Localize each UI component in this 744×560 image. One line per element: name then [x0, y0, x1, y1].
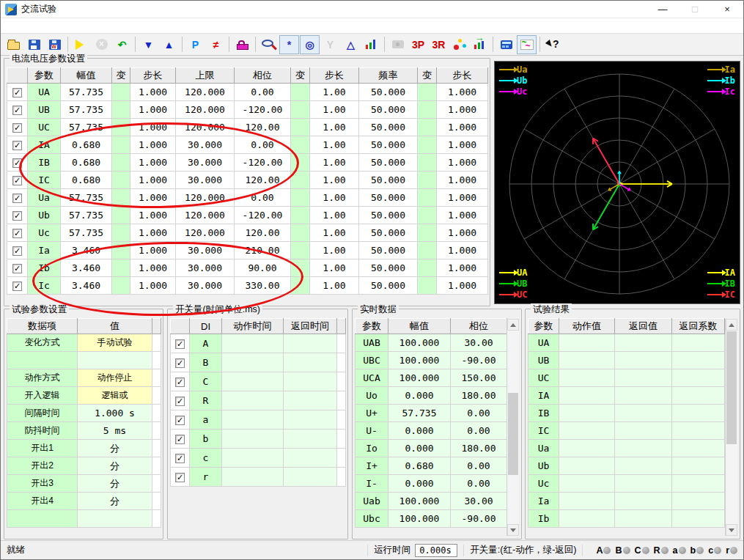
freq-step-cell[interactable]: 1.000	[437, 224, 488, 242]
phase-step-cell[interactable]: 1.00	[310, 136, 359, 154]
row-checkbox[interactable]	[12, 123, 22, 133]
phase-step-cell[interactable]: 1.00	[310, 259, 359, 277]
polar-view-button[interactable]: ◎	[300, 35, 320, 54]
lock-button[interactable]	[232, 35, 252, 54]
vary-cell-3[interactable]	[418, 84, 437, 101]
phase-step-cell[interactable]: 1.00	[310, 224, 359, 242]
vary-cell-3[interactable]	[418, 224, 437, 242]
vertical-scrollbar[interactable]	[725, 319, 737, 536]
y-connection-button[interactable]: Y	[320, 35, 340, 54]
phase-step-cell[interactable]: 1.00	[310, 119, 359, 136]
vary-cell-2[interactable]	[291, 136, 310, 154]
delta-connection-button[interactable]: △	[341, 35, 361, 54]
row-checkbox[interactable]	[12, 158, 22, 168]
vary-cell-1[interactable]	[112, 224, 130, 242]
vary-cell-3[interactable]	[418, 154, 437, 172]
vary-cell-3[interactable]	[418, 189, 437, 207]
report-chart-button[interactable]	[470, 35, 490, 54]
row-checkbox[interactable]	[12, 106, 22, 115]
row-checkbox[interactable]	[12, 229, 22, 238]
di-checkbox[interactable]	[175, 397, 185, 406]
row-checkbox[interactable]	[12, 211, 22, 221]
vary-cell-1[interactable]	[112, 172, 130, 189]
limit-cell[interactable]: 120.000	[176, 119, 235, 136]
frequency-cell[interactable]: 50.000	[359, 101, 418, 119]
frequency-cell[interactable]: 50.000	[359, 154, 418, 172]
phase-step-cell[interactable]: 1.00	[310, 189, 359, 207]
amplitude-cell[interactable]: 0.680	[61, 172, 112, 189]
menu-item[interactable]	[30, 24, 45, 27]
setting-value-cell[interactable]: 5 ms	[78, 422, 152, 440]
undo-button[interactable]: ↶	[112, 35, 132, 54]
vary-cell-2[interactable]	[291, 207, 310, 224]
phase-step-cell[interactable]: 1.00	[310, 172, 359, 189]
amp-step-cell[interactable]: 1.000	[130, 242, 176, 259]
menu-item[interactable]	[1, 24, 15, 27]
row-checkbox[interactable]	[12, 88, 22, 97]
di-checkbox[interactable]	[175, 416, 185, 425]
amplitude-cell[interactable]: 57.735	[61, 119, 112, 136]
vary-cell-2[interactable]	[291, 259, 310, 277]
phase-cell[interactable]: 0.00	[235, 84, 291, 101]
scroll-up-button[interactable]	[726, 319, 737, 331]
freq-step-cell[interactable]: 1.000	[437, 84, 488, 101]
setting-value-cell[interactable]: 分	[78, 475, 152, 493]
vary-cell-3[interactable]	[418, 277, 437, 295]
open-button[interactable]	[4, 35, 23, 54]
vary-cell-1[interactable]	[112, 277, 130, 295]
scroll-down-button[interactable]	[507, 524, 519, 536]
di-checkbox[interactable]	[175, 473, 185, 482]
amplitude-cell[interactable]: 3.460	[61, 242, 112, 259]
freq-step-cell[interactable]: 1.000	[437, 207, 488, 224]
freq-step-cell[interactable]: 1.000	[437, 101, 488, 119]
limit-cell[interactable]: 30.000	[176, 136, 235, 154]
minimize-button[interactable]: —	[647, 1, 679, 18]
phase-cell[interactable]: -120.00	[235, 154, 291, 172]
amp-step-cell[interactable]: 1.000	[130, 224, 176, 242]
zoom-button[interactable]	[259, 35, 279, 54]
phase-step-cell[interactable]: 1.00	[310, 242, 359, 259]
vary-cell-3[interactable]	[418, 207, 437, 224]
setting-value-cell[interactable]: 动作停止	[78, 369, 152, 387]
bar-view-button[interactable]	[361, 35, 381, 54]
row-checkbox[interactable]	[12, 246, 22, 256]
frequency-cell[interactable]: 50.000	[359, 136, 418, 154]
frequency-cell[interactable]: 50.000	[359, 259, 418, 277]
frequency-cell[interactable]: 50.000	[359, 119, 418, 136]
vary-cell-2[interactable]	[291, 119, 310, 136]
di-checkbox[interactable]	[175, 435, 185, 444]
phase-step-cell[interactable]: 1.00	[310, 101, 359, 119]
vary-cell-1[interactable]	[112, 101, 130, 119]
limit-cell[interactable]: 120.000	[176, 101, 235, 119]
amplitude-cell[interactable]: 57.735	[61, 189, 112, 207]
vary-cell-1[interactable]	[112, 207, 130, 224]
amplitude-cell[interactable]: 57.735	[61, 207, 112, 224]
phase-cell[interactable]: 120.00	[235, 172, 291, 189]
frequency-cell[interactable]: 50.000	[359, 189, 418, 207]
three-phase-r-button[interactable]: 3R	[429, 35, 449, 54]
burst-view-button[interactable]: *	[279, 35, 299, 54]
vary-cell-2[interactable]	[291, 154, 310, 172]
vary-cell-1[interactable]	[112, 259, 130, 277]
vary-cell-3[interactable]	[418, 119, 437, 136]
phase-cell[interactable]: 330.00	[235, 277, 291, 295]
amp-step-cell[interactable]: 1.000	[130, 189, 176, 207]
freq-step-cell[interactable]: 1.000	[437, 189, 488, 207]
snapshot-button[interactable]	[388, 35, 408, 54]
phase-step-cell[interactable]: 1.00	[310, 154, 359, 172]
limit-cell[interactable]: 120.000	[176, 189, 235, 207]
calculator-button[interactable]	[496, 35, 516, 54]
vary-cell-2[interactable]	[291, 189, 310, 207]
close-button[interactable]: ×	[711, 1, 743, 18]
row-checkbox[interactable]	[12, 176, 22, 185]
limit-cell[interactable]: 30.000	[176, 242, 235, 259]
setting-value-cell[interactable]: 分	[78, 493, 152, 510]
scroll-thumb[interactable]	[508, 393, 518, 475]
setting-value-cell[interactable]: 手动试验	[78, 334, 152, 352]
amplitude-cell[interactable]: 57.735	[61, 101, 112, 119]
row-checkbox[interactable]	[12, 194, 22, 203]
fault-button[interactable]: ≠	[206, 35, 226, 54]
frequency-cell[interactable]: 50.000	[359, 242, 418, 259]
amp-step-cell[interactable]: 1.000	[130, 136, 176, 154]
waveform-view-button[interactable]	[517, 35, 537, 54]
